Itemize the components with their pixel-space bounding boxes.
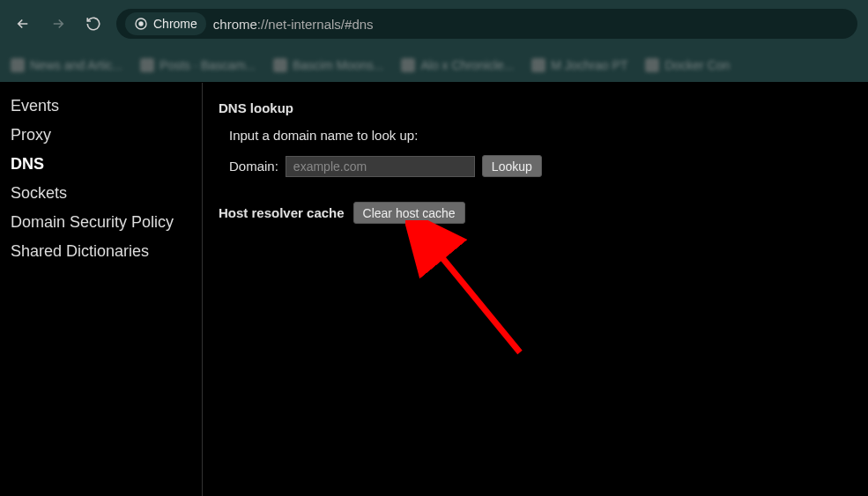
- domain-label: Domain:: [229, 159, 278, 174]
- arrow-left-icon: [15, 16, 31, 32]
- content-area: Events Proxy DNS Sockets Domain Security…: [0, 83, 868, 496]
- resolver-label: Host resolver cache: [219, 205, 345, 220]
- arrow-right-icon: [50, 16, 66, 32]
- reload-icon: [85, 16, 101, 32]
- chrome-origin-pill: Chrome: [125, 12, 206, 35]
- main-panel: DNS lookup Input a domain name to look u…: [203, 83, 868, 496]
- domain-input[interactable]: [286, 156, 475, 177]
- favicon-icon: [645, 58, 659, 72]
- section-title: DNS lookup: [219, 100, 852, 115]
- bookmark-item[interactable]: M Jochrao PT: [531, 58, 627, 72]
- svg-point-1: [138, 21, 143, 26]
- bookmark-item[interactable]: Alo x Chronicle...: [401, 58, 514, 72]
- sidebar-item-dns[interactable]: DNS: [11, 150, 191, 179]
- back-button[interactable]: [11, 11, 35, 36]
- chrome-label: Chrome: [153, 17, 197, 31]
- chrome-icon: [134, 17, 148, 31]
- instruction-text: Input a domain name to look up:: [229, 128, 852, 143]
- bookmark-item[interactable]: Docker Con: [645, 58, 730, 72]
- resolver-row: Host resolver cache Clear host cache: [219, 202, 852, 224]
- sidebar-item-events[interactable]: Events: [11, 92, 191, 121]
- url-text: chrome://net-internals/#dns: [213, 17, 374, 32]
- bookmark-item[interactable]: News and Artic...: [11, 58, 122, 72]
- forward-button[interactable]: [46, 11, 70, 36]
- domain-form-row: Domain: Lookup: [229, 155, 852, 177]
- address-bar[interactable]: Chrome chrome://net-internals/#dns: [116, 9, 857, 39]
- bookmark-item[interactable]: Posts · Bascam...: [140, 58, 256, 72]
- bookmarks-bar: News and Artic... Posts · Bascam... Basc…: [0, 48, 868, 83]
- browser-toolbar: Chrome chrome://net-internals/#dns: [0, 0, 868, 48]
- sidebar-item-sockets[interactable]: Sockets: [11, 179, 191, 208]
- bookmark-item[interactable]: Bascim Moons...: [273, 58, 383, 72]
- sidebar-item-proxy[interactable]: Proxy: [11, 121, 191, 150]
- sidebar-item-domain-security-policy[interactable]: Domain Security Policy: [11, 208, 191, 237]
- sidebar: Events Proxy DNS Sockets Domain Security…: [0, 83, 203, 496]
- favicon-icon: [273, 58, 287, 72]
- clear-host-cache-button[interactable]: Clear host cache: [353, 202, 465, 224]
- lookup-button[interactable]: Lookup: [482, 155, 542, 177]
- sidebar-item-shared-dictionaries[interactable]: Shared Dictionaries: [11, 237, 191, 266]
- favicon-icon: [11, 58, 25, 72]
- reload-button[interactable]: [81, 11, 106, 36]
- favicon-icon: [140, 58, 154, 72]
- favicon-icon: [401, 58, 415, 72]
- favicon-icon: [531, 58, 545, 72]
